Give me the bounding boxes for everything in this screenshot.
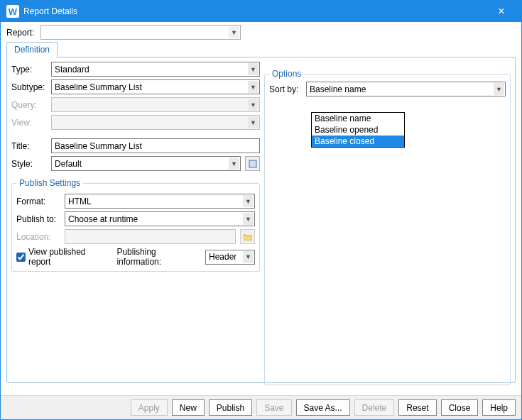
help-button[interactable]: Help [482, 399, 516, 416]
sortby-dropdown[interactable]: Baseline name Baseline opened Baseline c… [311, 112, 405, 148]
apply-button: Apply [131, 399, 168, 416]
format-combo[interactable]: HTML ▼ [65, 194, 255, 209]
query-combo: ▼ [51, 97, 260, 112]
publishto-combo[interactable]: Choose at runtime ▼ [65, 211, 255, 226]
publish-button[interactable]: Publish [209, 399, 252, 416]
sortby-combo[interactable]: Baseline name ▼ [306, 82, 506, 96]
query-label: Query: [11, 100, 48, 110]
new-button[interactable]: New [172, 399, 205, 416]
chevron-down-icon: ▼ [243, 195, 254, 207]
pubinfo-combo[interactable]: Header ▼ [205, 250, 255, 265]
view-published-checkbox[interactable] [16, 253, 26, 262]
publishto-label: Publish to: [16, 214, 62, 224]
chevron-down-icon: ▼ [248, 81, 259, 93]
close-icon[interactable]: × [487, 5, 516, 18]
close-button[interactable]: Close [441, 399, 479, 416]
sortby-label: Sort by: [269, 84, 303, 94]
folder-icon [244, 233, 252, 241]
chevron-down-icon: ▼ [243, 213, 254, 225]
view-published-label: View published report [28, 247, 109, 267]
reset-button[interactable]: Reset [398, 399, 436, 416]
location-input [65, 229, 236, 244]
style-browse-button[interactable] [245, 156, 260, 171]
chevron-down-icon: ▼ [248, 99, 259, 111]
publishto-value: Choose at runtime [68, 214, 243, 224]
format-value: HTML [68, 197, 243, 206]
saveas-button[interactable]: Save As... [296, 399, 350, 416]
tab-definition[interactable]: Definition [6, 42, 58, 57]
delete-button: Delete [354, 399, 395, 416]
title-input[interactable]: Baseline Summary List [51, 138, 260, 153]
chevron-down-icon: ▼ [248, 116, 259, 128]
title-label: Title: [11, 141, 48, 151]
window-title: Report Details [23, 6, 487, 16]
app-icon: W [6, 5, 19, 18]
type-label: Type: [11, 65, 48, 74]
view-combo: ▼ [51, 115, 260, 130]
format-label: Format: [16, 197, 62, 206]
dropdown-option[interactable]: Baseline closed [312, 136, 404, 147]
style-value: Default [55, 159, 229, 169]
type-value: Standard [55, 65, 248, 74]
options-legend: Options [269, 69, 304, 79]
location-browse-button [240, 229, 255, 244]
publish-legend: Publish Settings [16, 178, 83, 188]
pubinfo-label: Publishing information: [116, 247, 202, 267]
subtype-label: Subtype: [11, 82, 48, 92]
svg-rect-0 [249, 160, 256, 167]
title-value: Baseline Summary List [55, 141, 142, 151]
style-label: Style: [11, 159, 48, 169]
dropdown-option[interactable]: Baseline name [312, 113, 404, 124]
options-group: Options Sort by: Baseline name ▼ Baselin… [264, 69, 511, 385]
document-icon [249, 160, 257, 168]
chevron-down-icon: ▼ [229, 158, 239, 170]
subtype-value: Baseline Summary List [55, 82, 248, 92]
button-bar: Apply New Publish Save Save As... Delete… [1, 395, 521, 419]
chevron-down-icon: ▼ [229, 26, 239, 38]
subtype-combo[interactable]: Baseline Summary List ▼ [51, 79, 260, 94]
style-combo[interactable]: Default ▼ [51, 156, 241, 171]
sortby-value: Baseline name [310, 84, 494, 94]
report-combo[interactable]: ▼ [40, 25, 241, 40]
chevron-down-icon: ▼ [248, 63, 259, 75]
tabstrip: Definition [6, 41, 516, 57]
location-label: Location: [16, 232, 62, 242]
chevron-down-icon: ▼ [494, 83, 504, 95]
view-label: View: [11, 118, 48, 128]
dropdown-option[interactable]: Baseline opened [312, 124, 404, 136]
publish-settings-group: Publish Settings Format: HTML ▼ Publish … [11, 178, 260, 272]
save-button: Save [256, 399, 291, 416]
chevron-down-icon: ▼ [243, 251, 254, 263]
type-combo[interactable]: Standard ▼ [51, 62, 260, 77]
titlebar: W Report Details × [1, 1, 521, 22]
pubinfo-value: Header [209, 252, 243, 262]
report-label: Report: [6, 28, 38, 38]
